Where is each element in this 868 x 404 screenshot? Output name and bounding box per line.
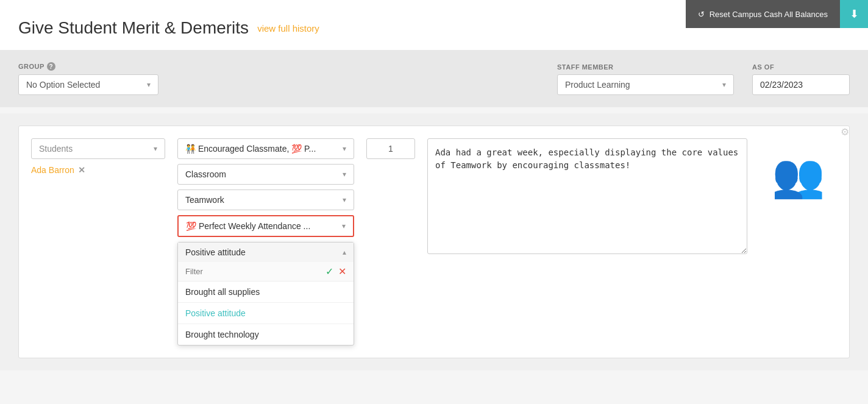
avatar-placeholder: 👥 [760, 138, 837, 213]
category-value: Classroom [185, 169, 226, 179]
staff-chevron-icon: ▾ [722, 80, 726, 89]
staff-filter: STAFF MEMBER Product Learning ▾ [557, 63, 734, 95]
filter-confirm-icon[interactable]: ✓ [326, 266, 333, 277]
merit-type-value: 🧑‍🤝‍🧑 Encouraged Classmate, 💯 P... [185, 144, 316, 154]
reset-label: Reset Campus Cash All Balances [710, 10, 828, 19]
merit-type-select[interactable]: 🧑‍🤝‍🧑 Encouraged Classmate, 💯 P... ▾ [177, 138, 354, 159]
remove-student-button[interactable]: ✕ [78, 165, 85, 175]
list-item[interactable]: Positive attitude [178, 303, 354, 324]
group-value: No Option Selected [26, 80, 100, 90]
student-tag: Ada Barron ✕ [31, 165, 165, 175]
group-select[interactable]: No Option Selected ▾ [18, 74, 158, 95]
filter-input-row: ✓ ✕ [178, 262, 354, 282]
asof-input[interactable] [752, 74, 850, 95]
selected-merit-chevron-icon: ▾ [342, 222, 346, 230]
settings-icon[interactable]: ⚙ [841, 126, 849, 138]
student-name: Ada Barron [31, 165, 74, 175]
main-content: ⚙ Students ▾ Ada Barron ✕ 🧑‍🤝‍🧑 Encourag… [0, 113, 868, 370]
students-dropdown[interactable]: Students ▾ [31, 138, 165, 159]
download-icon: ⬇ [850, 7, 859, 21]
asof-filter: AS OF [752, 63, 850, 95]
qty-note-section: Ada had a great week, especially display… [366, 138, 747, 256]
note-section: Ada had a great week, especially display… [427, 138, 747, 256]
students-label: Students [39, 144, 73, 154]
asof-label: AS OF [752, 63, 850, 71]
positive-attitude-label: Positive attitude [185, 247, 246, 257]
reset-icon: ↺ [698, 10, 705, 19]
group-chevron-icon: ▾ [147, 80, 151, 89]
list-item[interactable]: Brought all supplies [178, 282, 354, 303]
filter-clear-icon[interactable]: ✕ [338, 266, 346, 277]
category-chevron-icon: ▾ [343, 170, 346, 179]
group-label: GROUP ? [18, 62, 158, 71]
merit-card: ⚙ Students ▾ Ada Barron ✕ 🧑‍🤝‍🧑 Encourag… [18, 126, 850, 358]
note-textarea[interactable]: Ada had a great week, especially display… [427, 138, 747, 254]
merit-type-chevron-icon: ▾ [343, 144, 346, 153]
selected-merit-value: 💯 Perfect Weekly Attendance ... [186, 221, 310, 231]
middle-section: 🧑‍🤝‍🧑 Encouraged Classmate, 💯 P... ▾ Cla… [177, 138, 354, 346]
collapse-icon: ▴ [343, 248, 346, 257]
qty-note-row: Ada had a great week, especially display… [366, 138, 747, 256]
top-bar: ↺ Reset Campus Cash All Balances ⬇ [686, 0, 868, 28]
filter-row: GROUP ? No Option Selected ▾ STAFF MEMBE… [18, 62, 850, 95]
staff-value: Product Learning [565, 80, 630, 90]
selected-merit-select[interactable]: 💯 Perfect Weekly Attendance ... ▾ [177, 215, 354, 237]
view-history-link[interactable]: view full history [257, 23, 319, 34]
subcategory-chevron-icon: ▾ [343, 196, 346, 204]
list-item[interactable]: Brought technology [178, 324, 354, 345]
group-avatar-icon: 👥 [772, 151, 825, 200]
group-info-icon: ? [47, 62, 55, 71]
subcategory-select[interactable]: Teamwork ▾ [177, 190, 354, 210]
group-filter: GROUP ? No Option Selected ▾ [18, 62, 158, 95]
students-section: Students ▾ Ada Barron ✕ [31, 138, 165, 175]
reset-campus-cash-button[interactable]: ↺ Reset Campus Cash All Balances [686, 0, 840, 28]
category-select[interactable]: Classroom ▾ [177, 164, 354, 185]
quantity-input[interactable] [366, 138, 415, 159]
filter-bar: GROUP ? No Option Selected ▾ STAFF MEMBE… [0, 50, 868, 107]
staff-select[interactable]: Product Learning ▾ [557, 74, 734, 95]
filter-input[interactable] [185, 267, 321, 276]
download-button[interactable]: ⬇ [840, 0, 868, 28]
dropdown-header: Positive attitude ▴ [178, 243, 354, 262]
staff-label: STAFF MEMBER [557, 63, 734, 71]
students-chevron-icon: ▾ [154, 144, 157, 153]
subcategory-value: Teamwork [185, 195, 224, 205]
merit-dropdown-menu: Positive attitude ▴ ✓ ✕ Brought all supp… [177, 242, 354, 346]
